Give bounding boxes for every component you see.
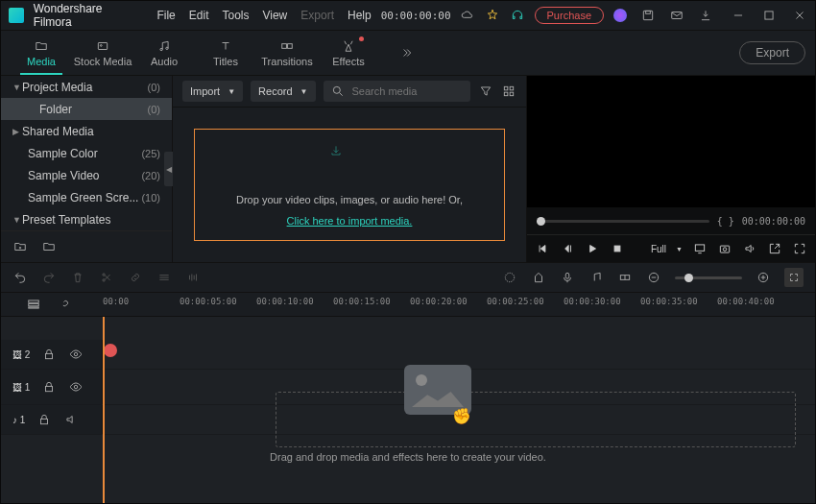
title-timecode: 00:00:00:00 — [381, 10, 451, 22]
menu-tools[interactable]: Tools — [222, 9, 249, 22]
sidebar-item-shared-media[interactable]: ▶ Shared Media — [1, 120, 172, 142]
sidebar-item-project-media[interactable]: ▼ Project Media (0) — [1, 76, 172, 98]
svg-point-28 — [75, 352, 79, 356]
prev-frame-icon[interactable] — [535, 241, 550, 256]
sidebar-count: (20) — [141, 170, 160, 181]
tip-icon[interactable] — [485, 8, 500, 23]
sidebar-count: (0) — [148, 82, 160, 93]
sidebar-item-sample-green[interactable]: Sample Green Scre... (10) — [1, 186, 172, 208]
media-panel: ◀ Import ▼ Record ▼ — [173, 76, 526, 262]
stop-icon[interactable] — [610, 241, 625, 256]
save-icon[interactable] — [640, 8, 656, 23]
new-folder-icon[interactable] — [12, 239, 28, 254]
purchase-button[interactable]: Purchase — [535, 7, 604, 24]
media-toolbar: Import ▼ Record ▼ — [173, 76, 526, 108]
play-icon[interactable] — [585, 241, 600, 256]
lock-icon[interactable] — [36, 412, 52, 427]
split-icon[interactable] — [99, 270, 114, 285]
tab-stock-media[interactable]: Stock Media — [72, 33, 133, 73]
menu-file[interactable]: File — [156, 9, 175, 22]
zoom-slider[interactable] — [675, 276, 742, 279]
mute-icon[interactable] — [63, 412, 79, 427]
menu-view[interactable]: View — [262, 9, 287, 22]
import-media-link[interactable]: Click here to import media. — [287, 215, 413, 227]
svg-point-17 — [103, 274, 105, 276]
grid-view-icon[interactable] — [501, 84, 516, 99]
search-input[interactable] — [350, 84, 464, 98]
titlebar-right — [613, 8, 807, 23]
search-media[interactable] — [324, 81, 471, 102]
dropzone-text: Drop your video clips, images, or audio … — [236, 194, 463, 205]
magnet-icon[interactable] — [57, 297, 72, 312]
menu-export[interactable]: Export — [300, 9, 334, 22]
sidebar-item-sample-video[interactable]: Sample Video (20) — [1, 164, 172, 186]
account-icon[interactable] — [613, 9, 627, 22]
marker-icon[interactable] — [531, 270, 546, 285]
visibility-icon[interactable] — [68, 347, 84, 362]
timeline-toolbar — [1, 262, 815, 293]
mic-icon[interactable] — [560, 270, 575, 285]
lock-icon[interactable] — [41, 379, 57, 395]
menu-help[interactable]: Help — [348, 9, 372, 22]
menu-edit[interactable]: Edit — [189, 9, 209, 22]
visibility-icon[interactable] — [68, 379, 84, 395]
display-icon[interactable] — [692, 241, 708, 256]
cloud-icon[interactable] — [461, 8, 476, 23]
tab-media[interactable]: Media — [11, 33, 72, 73]
import-dropdown[interactable]: Import ▼ — [182, 81, 243, 102]
mail-icon[interactable] — [669, 8, 684, 23]
minimize-icon[interactable] — [731, 8, 746, 23]
zoom-out-icon[interactable] — [646, 270, 661, 285]
link-icon[interactable] — [128, 270, 143, 285]
tab-audio[interactable]: Audio — [133, 33, 195, 73]
audio-mixer-icon[interactable] — [588, 270, 604, 285]
fit-icon[interactable] — [784, 268, 804, 287]
close-icon[interactable] — [792, 8, 807, 23]
playhead[interactable] — [103, 317, 105, 503]
keyframe-icon[interactable] — [617, 270, 633, 285]
record-dropdown[interactable]: Record ▼ — [251, 81, 315, 102]
folder-icon[interactable] — [41, 239, 57, 254]
tab-effects[interactable]: Effects — [318, 33, 379, 73]
popout-icon[interactable] — [767, 241, 782, 256]
zoom-in-icon[interactable] — [756, 270, 771, 285]
volume-icon[interactable] — [742, 241, 757, 256]
panel-tabs: Media Stock Media Audio Titles Transitio… — [1, 31, 815, 76]
tab-transitions[interactable]: Transitions — [256, 33, 318, 73]
svg-rect-3 — [765, 12, 773, 19]
headphone-icon[interactable] — [510, 8, 525, 23]
undo-icon[interactable] — [12, 270, 28, 285]
snapshot-icon[interactable] — [717, 241, 732, 256]
sidebar-item-folder[interactable]: Folder (0) — [1, 98, 172, 120]
timeline-drop-target[interactable] — [276, 392, 796, 447]
lock-icon[interactable] — [41, 347, 57, 362]
delete-icon[interactable] — [70, 270, 85, 285]
svg-rect-12 — [510, 92, 514, 96]
sidebar-label: Shared Media — [22, 125, 160, 138]
svg-rect-7 — [288, 44, 293, 49]
crop-icon[interactable] — [156, 270, 172, 285]
preview-seekbar[interactable] — [537, 220, 709, 223]
color-icon[interactable] — [502, 270, 517, 285]
sidebar-item-preset-templates[interactable]: ▼ Preset Templates — [1, 208, 172, 230]
download-icon[interactable] — [698, 8, 713, 23]
fullscreen-icon[interactable] — [792, 241, 807, 256]
filter-icon[interactable] — [478, 84, 493, 99]
chevron-down-icon: ▼ — [676, 246, 683, 252]
quality-dropdown[interactable]: Full — [651, 244, 666, 254]
step-back-icon[interactable] — [560, 241, 575, 256]
timeline-marker[interactable] — [104, 344, 117, 357]
collapse-sidebar-handle[interactable]: ◀ — [164, 152, 173, 186]
chevron-down-icon: ▼ — [228, 87, 235, 96]
timeline-ruler[interactable]: 00:00 00:00:05:00 00:00:10:00 00:00:15:0… — [1, 293, 815, 317]
redo-icon[interactable] — [41, 270, 57, 285]
speed-icon[interactable] — [185, 270, 201, 285]
sidebar-item-sample-color[interactable]: Sample Color (25) — [1, 142, 172, 164]
tab-titles[interactable]: Titles — [195, 33, 256, 73]
search-icon — [331, 84, 345, 99]
export-button[interactable]: Export — [739, 41, 805, 64]
media-dropzone[interactable]: Drop your video clips, images, or audio … — [194, 129, 505, 241]
maximize-icon[interactable] — [761, 8, 777, 23]
more-tabs-icon[interactable] — [398, 45, 414, 60]
track-manager-icon[interactable] — [26, 297, 41, 312]
